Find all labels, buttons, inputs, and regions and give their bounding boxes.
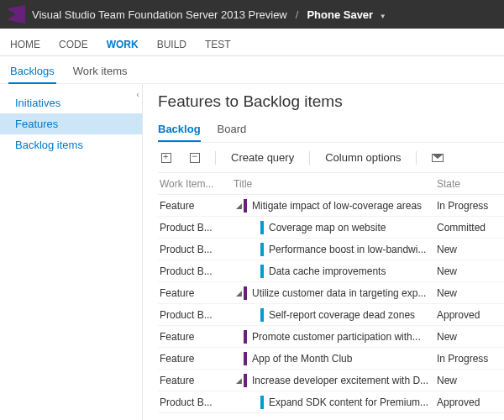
- cell-state: New: [437, 265, 504, 277]
- cell-state: In Progress: [437, 353, 504, 365]
- cell-title: Expand SDK content for Premium...: [234, 396, 437, 409]
- cell-title: ◢Utilize customer data in targeting exp.…: [234, 286, 437, 300]
- cell-title: Data cache improvements: [234, 265, 437, 278]
- product-title: Visual Studio Team Foundation Server 201…: [32, 8, 287, 21]
- table-row[interactable]: FeaturePromote customer participation wi…: [158, 326, 504, 348]
- cell-work-item-type: Product B...: [158, 309, 234, 321]
- title-text: Increase developer excitement with D...: [252, 375, 437, 386]
- view-tab-board[interactable]: Board: [218, 119, 247, 140]
- cell-work-item-type: Feature: [158, 200, 234, 212]
- sidebar-item-initiatives[interactable]: Initiatives: [0, 92, 142, 113]
- title-text: App of the Month Club: [252, 353, 437, 365]
- cell-state: Approved: [437, 309, 504, 321]
- cell-work-item-type: Product B...: [158, 244, 234, 255]
- toolbar-separator: [215, 151, 216, 165]
- backlog-sidebar: ‹ InitiativesFeaturesBacklog items: [0, 84, 143, 420]
- toolbar-separator: [309, 151, 310, 165]
- type-color-bar: [244, 352, 247, 365]
- page-title: Features to Backlog items: [158, 92, 504, 111]
- expand-toggle-icon[interactable]: ◢: [234, 202, 244, 210]
- toolbar-separator: [416, 151, 417, 165]
- title-text: Self-report coverage dead zones: [269, 309, 437, 321]
- header-state[interactable]: State: [437, 178, 504, 190]
- vs-logo-icon: [7, 5, 25, 24]
- email-button[interactable]: [428, 152, 447, 164]
- table-row[interactable]: Product B...Self-report coverage dead zo…: [158, 304, 504, 326]
- cell-title: ◢Mitigate impact of low-coverage areas: [234, 199, 437, 213]
- type-color-bar: [244, 286, 247, 300]
- cell-work-item-type: Feature: [158, 287, 234, 299]
- cell-work-item-type: Feature: [158, 375, 234, 386]
- cell-state: Approved: [437, 396, 504, 408]
- cell-work-item-type: Product B...: [158, 396, 234, 408]
- top-tab-home[interactable]: HOME: [8, 34, 42, 55]
- type-color-bar: [244, 199, 247, 213]
- grid-header-row: Work Item... Title State: [158, 173, 504, 195]
- header-separator: /: [296, 8, 299, 21]
- cell-state: Committed: [437, 222, 504, 234]
- cell-title: Promote customer participation with...: [234, 330, 437, 344]
- project-dropdown[interactable]: Phone Saver ▼: [307, 8, 386, 21]
- header-work-item-type[interactable]: Work Item...: [158, 178, 234, 190]
- chevron-down-icon: ▼: [380, 13, 386, 20]
- cell-title: Self-report coverage dead zones: [234, 308, 437, 322]
- cell-state: In Progress: [437, 200, 504, 212]
- table-row[interactable]: Feature◢Utilize customer data in targeti…: [158, 282, 504, 304]
- type-color-bar: [244, 330, 247, 344]
- title-text: Coverage map on website: [269, 222, 437, 234]
- table-row[interactable]: Feature◢Mitigate impact of low-coverage …: [158, 195, 504, 217]
- top-tab-code[interactable]: CODE: [57, 34, 90, 55]
- collapse-all-button[interactable]: [186, 151, 203, 165]
- top-tab-test[interactable]: TEST: [203, 34, 233, 55]
- project-name: Phone Saver: [307, 8, 373, 21]
- top-tab-build[interactable]: BUILD: [155, 34, 188, 55]
- work-item-grid: Work Item... Title State Feature◢Mitigat…: [158, 173, 504, 413]
- minus-icon: [190, 153, 200, 163]
- top-nav-tabs: HOMECODEWORKBUILDTEST: [0, 29, 504, 56]
- table-row[interactable]: Product B...Performance boost in low-ban…: [158, 239, 504, 260]
- cell-state: New: [437, 331, 504, 343]
- cell-title: App of the Month Club: [234, 352, 437, 365]
- title-text: Promote customer participation with...: [252, 331, 437, 343]
- cell-title: ◢Increase developer excitement with D...: [234, 374, 437, 387]
- cell-title: Performance boost in low-bandwi...: [234, 243, 437, 256]
- cell-work-item-type: Product B...: [158, 222, 234, 234]
- cell-work-item-type: Feature: [158, 331, 234, 343]
- plus-icon: [161, 153, 171, 163]
- sidebar-item-features[interactable]: Features: [0, 113, 142, 134]
- table-row[interactable]: Product B...Coverage map on websiteCommi…: [158, 217, 504, 239]
- top-tab-work[interactable]: WORK: [105, 34, 140, 55]
- title-text: Data cache improvements: [269, 265, 437, 277]
- type-color-bar: [260, 243, 264, 256]
- sidebar-item-backlog-items[interactable]: Backlog items: [0, 134, 142, 155]
- title-text: Expand SDK content for Premium...: [269, 396, 437, 408]
- table-row[interactable]: Product B...Data cache improvementsNew: [158, 260, 504, 282]
- expand-toggle-icon[interactable]: ◢: [234, 376, 244, 385]
- column-options-button[interactable]: Column options: [322, 150, 404, 165]
- collapse-sidebar-icon[interactable]: ‹: [133, 86, 143, 102]
- mail-icon: [432, 154, 444, 162]
- table-row[interactable]: Feature◢Increase developer excitement wi…: [158, 370, 504, 391]
- type-color-bar: [260, 221, 264, 234]
- view-tab-backlog[interactable]: Backlog: [158, 119, 201, 142]
- header-title[interactable]: Title: [234, 178, 437, 190]
- cell-state: New: [437, 375, 504, 386]
- create-query-button[interactable]: Create query: [228, 150, 297, 165]
- table-row[interactable]: Product B...Expand SDK content for Premi…: [158, 391, 504, 413]
- main-content: Features to Backlog items BacklogBoard C…: [143, 84, 504, 420]
- sub-tab-backlogs[interactable]: Backlogs: [8, 61, 56, 84]
- view-tabs: BacklogBoard: [158, 119, 504, 143]
- type-color-bar: [260, 308, 264, 322]
- app-header: Visual Studio Team Foundation Server 201…: [0, 0, 504, 29]
- table-row[interactable]: FeatureApp of the Month ClubIn Progress: [158, 348, 504, 370]
- type-color-bar: [260, 265, 264, 278]
- cell-work-item-type: Feature: [158, 353, 234, 365]
- type-color-bar: [244, 374, 247, 387]
- cell-work-item-type: Product B...: [158, 265, 234, 277]
- cell-state: New: [437, 287, 504, 299]
- sub-tab-work-items[interactable]: Work items: [71, 61, 129, 82]
- type-color-bar: [260, 396, 264, 409]
- expand-toggle-icon[interactable]: ◢: [234, 289, 244, 297]
- title-text: Utilize customer data in targeting exp..…: [252, 287, 437, 299]
- expand-all-button[interactable]: [158, 151, 175, 165]
